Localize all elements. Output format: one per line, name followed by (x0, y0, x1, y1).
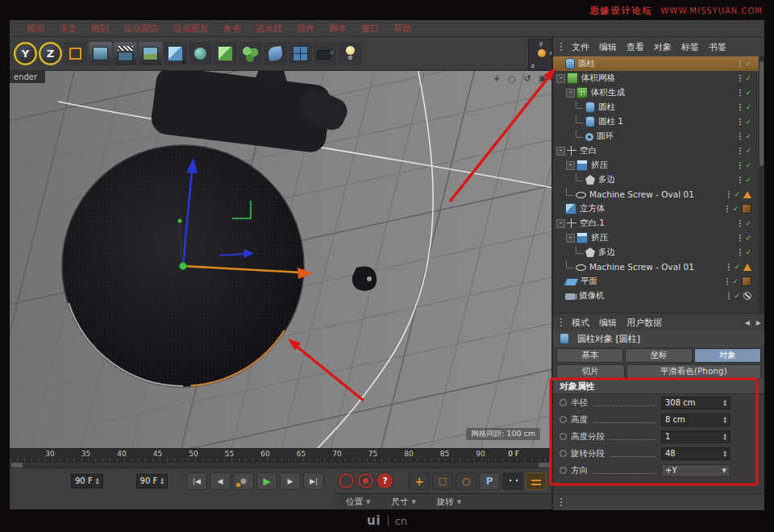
menubar-item[interactable]: 雕刻 (84, 23, 116, 35)
expand-toggle-icon[interactable]: - (566, 161, 575, 170)
object-row[interactable]: -空白.1✓ (553, 216, 764, 231)
object-row[interactable]: 多边✓ (553, 172, 764, 187)
viewport-canvas[interactable]: ender +○↺▣ 网格间距: 100 cm (10, 71, 551, 448)
panel-grip-icon[interactable] (560, 497, 564, 508)
history-forward-icon[interactable]: ▶ (753, 319, 764, 326)
menubar-item[interactable]: 插件 (289, 23, 322, 35)
attribute-tab[interactable]: 坐标 (625, 348, 692, 363)
anim-toggle-icon[interactable] (560, 450, 567, 457)
layer-dots-icon[interactable] (738, 60, 741, 68)
menubar-item[interactable]: 帮助 (386, 23, 418, 35)
viewport-tab[interactable]: ender (10, 71, 45, 83)
enabled-check-icon[interactable]: ✓ (734, 292, 740, 300)
rotate-view-icon[interactable]: ↺ (522, 73, 533, 84)
scrollbar-thumb[interactable] (759, 61, 764, 166)
menubar-item[interactable]: 运动跟踪 (116, 23, 166, 35)
object-row[interactable]: 圆柱✓ (553, 100, 764, 114)
menubar-item[interactable]: 窗口 (354, 23, 386, 35)
attribute-tab[interactable]: 平滑着色(Phong) (626, 364, 761, 379)
coordinate-group[interactable]: 旋转▼ (437, 497, 461, 508)
om-menu-item[interactable]: 书签 (704, 41, 731, 53)
layer-list-button[interactable] (526, 472, 547, 490)
am-menu-item[interactable]: 模式 (567, 317, 594, 329)
am-menu-item[interactable]: 用户数据 (622, 317, 667, 329)
property-input[interactable]: 8 cm▲▼ (661, 414, 730, 426)
layer-dots-icon[interactable] (738, 161, 741, 169)
maximize-view-icon[interactable]: ▣ (537, 73, 548, 84)
frame-end-field[interactable]: 90 F ▲▼ (136, 474, 169, 488)
object-row[interactable]: 圆柱 1✓ (553, 114, 764, 129)
expand-toggle-icon[interactable]: - (556, 147, 565, 156)
attribute-tab[interactable]: 切片 (556, 364, 625, 379)
texture-tag-icon[interactable] (742, 276, 751, 286)
enabled-check-icon[interactable]: ✓ (745, 74, 751, 82)
layer-dots-icon[interactable] (738, 176, 741, 184)
scale-tool-icon[interactable] (64, 42, 87, 65)
volume-icon[interactable] (239, 42, 262, 65)
enabled-check-icon[interactable]: ✓ (734, 190, 740, 198)
anim-toggle-icon[interactable] (560, 416, 567, 423)
stepper-icon[interactable]: ▲▼ (723, 399, 726, 405)
layer-dots-icon[interactable] (738, 132, 741, 140)
enabled-check-icon[interactable]: ✓ (745, 147, 751, 155)
redo-z-icon[interactable]: Z (39, 42, 62, 65)
layer-dots-icon[interactable] (725, 277, 728, 285)
layer-dots-icon[interactable] (738, 118, 741, 126)
stepper-icon[interactable]: ▲▼ (723, 433, 726, 439)
rotate-tool-icon[interactable]: ○ (456, 472, 476, 490)
zoom-view-icon[interactable]: ○ (506, 73, 518, 84)
spline-pen-icon[interactable] (189, 42, 212, 65)
property-input[interactable]: 48▲▼ (661, 447, 730, 460)
mograph-icon[interactable] (214, 42, 237, 65)
object-row[interactable]: -体积网格✓ (553, 71, 764, 85)
menubar-item[interactable]: 角色 (216, 23, 248, 35)
enabled-check-icon[interactable]: ✓ (745, 176, 751, 184)
menubar-item[interactable]: 运动图形 (166, 23, 216, 35)
object-row[interactable]: 立方体✓ (553, 202, 764, 216)
timeline-ruler[interactable]: 0 F 30354045505560657075808590 (10, 448, 551, 462)
stepper-icon[interactable]: ▲▼ (96, 477, 99, 484)
step-down-icon[interactable]: ▼ (723, 437, 726, 440)
anim-toggle-icon[interactable] (560, 433, 567, 440)
small-blob-object[interactable] (352, 267, 377, 292)
enabled-check-icon[interactable]: ✓ (734, 263, 740, 271)
goto-end-button[interactable]: ▶| (303, 472, 324, 490)
help-record-button[interactable]: ? (377, 472, 393, 489)
array-icon[interactable] (289, 42, 312, 65)
enabled-check-icon[interactable]: ✓ (745, 219, 751, 227)
anim-toggle-icon[interactable] (560, 399, 567, 406)
scene-camera-icon[interactable] (314, 42, 337, 65)
scale-tool-icon-2[interactable]: □ (432, 472, 453, 490)
move-tool-icon[interactable]: + (409, 472, 430, 490)
menubar-item[interactable]: 渲染 (52, 23, 84, 35)
enabled-check-icon[interactable]: ✓ (745, 248, 751, 256)
deformer-icon[interactable] (264, 42, 287, 65)
attribute-tab[interactable]: 基本 (556, 348, 623, 363)
menubar-item[interactable]: 模拟 (19, 23, 52, 35)
om-menu-item[interactable]: 对象 (649, 41, 676, 53)
stepper-icon[interactable]: ▲▼ (160, 477, 164, 484)
layer-dots-icon[interactable] (738, 234, 741, 242)
coordinates-button[interactable]: P (479, 472, 500, 490)
enabled-check-icon[interactable]: ✓ (732, 205, 739, 213)
menubar-item[interactable]: 流水线 (248, 23, 289, 35)
expand-toggle-icon[interactable]: - (566, 234, 575, 243)
layer-dots-icon[interactable] (738, 103, 741, 111)
layer-dots-icon[interactable] (726, 263, 730, 271)
expand-toggle-icon[interactable]: - (566, 89, 575, 98)
step-down-icon[interactable]: ▼ (723, 403, 726, 406)
property-input[interactable]: 1▲▼ (661, 430, 730, 443)
enabled-check-icon[interactable]: ✓ (745, 60, 751, 68)
property-dropdown[interactable]: +Y▼ (661, 464, 730, 477)
stepper-icon[interactable]: ▲▼ (723, 416, 726, 422)
interactive-render-icon[interactable] (139, 42, 162, 65)
autokey-button[interactable] (357, 472, 374, 489)
layer-dots-icon[interactable] (738, 219, 741, 227)
disabled-icon[interactable] (743, 292, 751, 300)
menubar-item[interactable]: 脚本 (322, 23, 354, 35)
expand-toggle-icon[interactable]: - (556, 74, 565, 83)
am-menu-item[interactable]: 编辑 (594, 317, 622, 329)
record-button[interactable] (338, 472, 355, 489)
panel-grip-icon[interactable] (560, 318, 564, 328)
texture-tag-icon[interactable] (742, 204, 751, 214)
